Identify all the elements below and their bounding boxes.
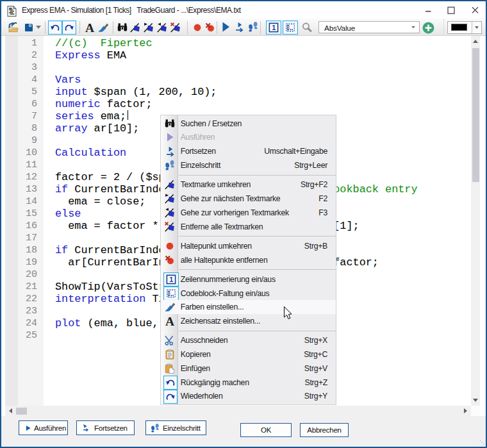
svg-text:1: 1: [272, 24, 276, 31]
svg-text:1: 1: [169, 276, 173, 283]
svg-text:A: A: [165, 316, 174, 326]
svg-text:A: A: [85, 22, 94, 33]
